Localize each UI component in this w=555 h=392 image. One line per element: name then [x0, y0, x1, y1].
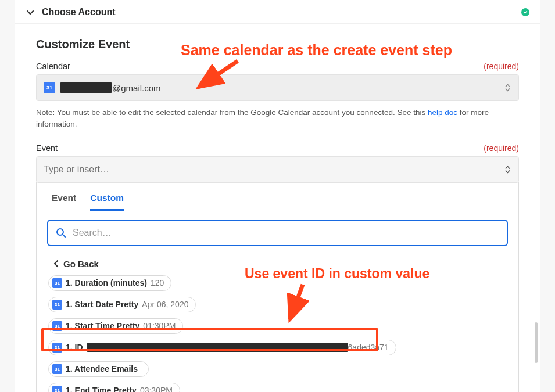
chip-value: 120	[151, 278, 164, 287]
customize-event-section: Customize Event Calendar (required) 31 @…	[15, 24, 540, 392]
svg-line-1	[63, 235, 65, 237]
select-arrows-icon	[505, 166, 510, 173]
tab-event[interactable]: Event	[52, 193, 76, 211]
calendar-icon: 31	[52, 364, 62, 374]
section-title: Choose Account	[42, 7, 521, 17]
section-heading: Customize Event	[36, 38, 519, 51]
status-complete-icon	[521, 8, 529, 16]
chip-item[interactable]: 311. End Time Pretty03:30PM	[48, 383, 180, 393]
calendar-label: Calendar	[36, 62, 70, 71]
chip-item[interactable]: 311. Start Time Pretty01:30PM	[48, 318, 183, 334]
go-back-label: Go Back	[63, 259, 99, 269]
scrollbar-thumb[interactable]	[535, 322, 538, 363]
calendar-icon: 31	[44, 82, 55, 93]
go-back-button[interactable]: Go Back	[37, 252, 518, 272]
event-placeholder: Type or insert…	[44, 164, 109, 175]
search-wrap	[37, 211, 518, 252]
chevron-down-icon	[26, 8, 35, 17]
redacted-value	[87, 343, 348, 352]
chip-name: 1. Duration (minutes)	[66, 278, 147, 287]
event-field-row: Event (required)	[36, 143, 519, 153]
chip-value: Apr 06, 2020	[142, 300, 188, 309]
calendar-field-row: Calendar (required)	[36, 62, 519, 71]
chip-value: 6aded3a71	[348, 343, 389, 352]
chip-name: 1. Start Time Pretty	[66, 321, 139, 330]
calendar-icon: 31	[52, 278, 62, 288]
dropdown-tabs: Event Custom	[41, 182, 514, 211]
calendar-icon: 31	[52, 386, 62, 393]
chip-item[interactable]: 311. Start Date PrettyApr 06, 2020	[48, 297, 196, 312]
event-select[interactable]: Type or insert…	[36, 156, 519, 183]
chip-item[interactable]: 311. Attendee Emails	[48, 361, 149, 377]
calendar-select[interactable]: 31 @gmail.com	[36, 74, 519, 101]
chip-name: 1. End Time Pretty	[66, 386, 137, 392]
tab-custom[interactable]: Custom	[90, 193, 124, 211]
search-icon	[55, 227, 67, 239]
calendar-icon: 31	[52, 300, 62, 310]
calendar-note: Note: You must be able to edit the selec…	[36, 107, 519, 131]
redacted-name	[60, 82, 112, 93]
choose-account-header[interactable]: Choose Account	[15, 0, 540, 24]
chip-name: 1. ID	[66, 343, 83, 352]
chip-name: 1. Attendee Emails	[66, 364, 138, 373]
chip-item[interactable]: 311. ID6aded3a71	[48, 340, 396, 355]
email-suffix: @gmail.com	[112, 83, 161, 93]
calendar-icon: 31	[52, 321, 62, 331]
required-badge: (required)	[484, 62, 519, 71]
search-box[interactable]	[47, 220, 508, 246]
calendar-icon: 31	[52, 343, 62, 353]
panel: Choose Account Customize Event Calendar …	[15, 0, 540, 392]
calendar-value: @gmail.com	[60, 82, 161, 93]
search-input[interactable]	[73, 228, 500, 238]
chip-list: 311. Duration (minutes)120311. Start Dat…	[37, 272, 518, 393]
chip-value: 01:30PM	[143, 321, 176, 330]
event-dropdown-panel: Event Custom Go Back 311. Duration (minu…	[36, 182, 519, 393]
required-badge: (required)	[484, 143, 519, 153]
chip-item[interactable]: 311. Duration (minutes)120	[48, 275, 171, 291]
select-arrows-icon	[505, 84, 510, 92]
chip-name: 1. Start Date Pretty	[66, 300, 138, 309]
chevron-left-icon	[53, 260, 59, 268]
help-doc-link[interactable]: help doc	[428, 108, 457, 117]
chip-value: 03:30PM	[140, 386, 173, 392]
event-label: Event	[36, 143, 58, 153]
